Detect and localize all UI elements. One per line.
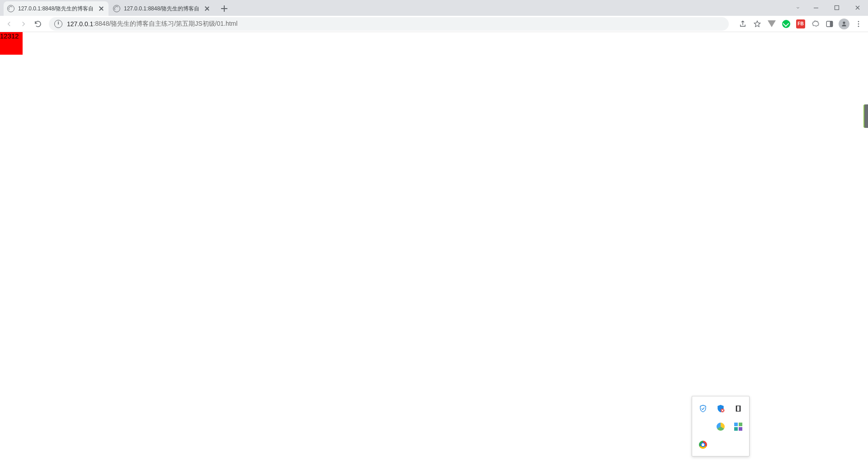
bookmark-button[interactable] <box>750 17 764 31</box>
shield-alert-icon[interactable] <box>716 404 725 413</box>
url-path: :8848/骆先生的博客自主练习/第五期JS初级/01.html <box>93 20 237 28</box>
check-circle-icon <box>782 20 790 28</box>
chrome-icon[interactable] <box>698 440 708 449</box>
browser-tab-active[interactable]: 127.0.0.1:8848/骆先生的博客自 <box>4 1 108 16</box>
avatar-icon <box>839 19 849 29</box>
chrome-menu-button[interactable] <box>852 17 865 31</box>
minimize-icon <box>813 5 819 10</box>
star-icon <box>753 20 761 28</box>
tab-strip: 127.0.0.1:8848/骆先生的博客自 127.0.0.1:8848/骆先… <box>0 0 868 16</box>
vue-devtools-extension[interactable] <box>765 17 778 31</box>
tab-search-button[interactable] <box>790 0 806 15</box>
green-check-extension[interactable] <box>779 17 793 31</box>
back-button[interactable] <box>3 18 15 30</box>
close-icon[interactable] <box>98 5 105 12</box>
svg-rect-10 <box>739 406 740 411</box>
extensions-button[interactable] <box>808 17 822 31</box>
share-button[interactable] <box>736 17 750 31</box>
site-info-icon[interactable] <box>54 20 62 28</box>
globe-icon <box>7 5 14 12</box>
new-tab-button[interactable] <box>218 2 231 15</box>
svg-point-4 <box>858 21 859 22</box>
tray-empty-slot <box>698 422 708 431</box>
url-host: 127.0.0.1 <box>67 20 93 28</box>
film-icon[interactable] <box>734 404 743 413</box>
browser-toolbar: 127.0.0.1:8848/骆先生的博客自主练习/第五期JS初级/01.htm… <box>0 16 868 32</box>
chevron-down-icon <box>795 5 801 10</box>
shield-blue-icon[interactable] <box>698 404 708 413</box>
puzzle-icon <box>811 20 819 28</box>
vue-icon <box>768 20 776 27</box>
plus-icon <box>221 5 227 12</box>
kebab-icon <box>854 20 863 28</box>
share-icon <box>739 20 747 28</box>
fb-extension[interactable]: FB <box>794 17 807 31</box>
tab-title: 127.0.0.1:8848/骆先生的博客自 <box>18 5 95 13</box>
side-panel-button[interactable] <box>823 17 836 31</box>
svg-rect-0 <box>814 8 818 8</box>
maximize-button[interactable] <box>826 0 847 15</box>
svg-point-5 <box>858 23 859 24</box>
tab-title: 127.0.0.1:8848/骆先生的博客自 <box>124 5 201 13</box>
color-grid-icon[interactable] <box>734 422 743 431</box>
minimize-button[interactable] <box>806 0 826 15</box>
forward-button[interactable] <box>17 18 30 30</box>
svg-point-6 <box>858 25 859 27</box>
close-icon <box>855 5 860 10</box>
multicolor-ball-icon[interactable] <box>716 422 725 431</box>
page-viewport: 12312 <box>0 32 868 461</box>
svg-rect-3 <box>830 21 833 27</box>
address-bar[interactable]: 127.0.0.1:8848/骆先生的博客自主练习/第五期JS初级/01.htm… <box>49 17 729 31</box>
toolbar-actions: FB <box>733 17 865 31</box>
red-box: 12312 <box>0 32 23 55</box>
close-icon[interactable] <box>203 5 211 12</box>
sidepanel-icon <box>826 20 834 28</box>
fb-icon: FB <box>796 19 805 28</box>
maximize-icon <box>834 5 840 10</box>
close-window-button[interactable] <box>847 0 868 15</box>
reload-button[interactable] <box>32 18 44 30</box>
arrow-left-icon <box>5 20 13 28</box>
profile-button[interactable] <box>837 17 851 31</box>
red-box-text: 12312 <box>0 32 19 40</box>
globe-icon <box>113 5 120 12</box>
browser-tab[interactable]: 127.0.0.1:8848/骆先生的博客自 <box>109 1 214 16</box>
system-tray-popup <box>692 396 750 456</box>
arrow-right-icon <box>19 20 28 28</box>
svg-rect-1 <box>835 6 839 10</box>
right-edge-handle[interactable] <box>863 104 868 128</box>
svg-rect-9 <box>736 406 737 411</box>
window-controls <box>790 0 868 15</box>
reload-icon <box>34 20 42 28</box>
